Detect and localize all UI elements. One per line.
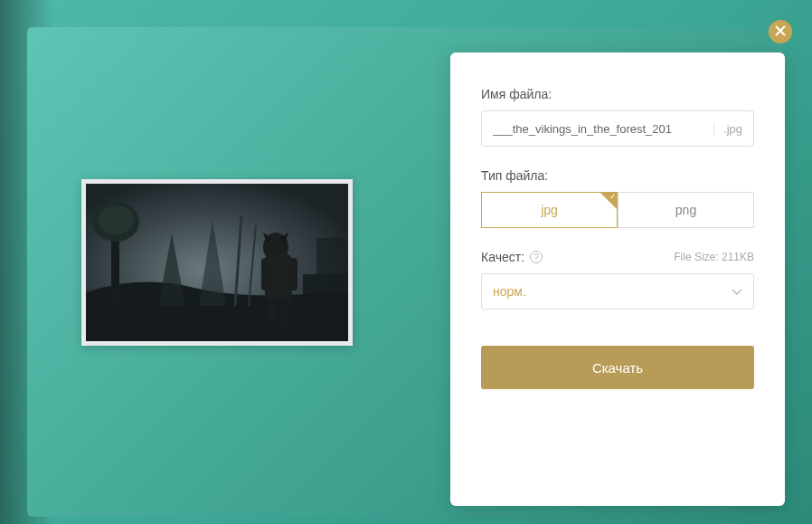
filename-label: Имя файла: <box>481 87 754 101</box>
filetype-selector: jpg png <box>481 192 754 228</box>
svg-rect-13 <box>267 298 276 325</box>
filetype-jpg-label: jpg <box>541 203 558 217</box>
svg-rect-16 <box>316 238 348 292</box>
filename-input[interactable] <box>493 122 713 136</box>
check-icon <box>600 192 618 210</box>
file-size-text: File Size: 211KB <box>674 251 754 263</box>
svg-rect-12 <box>288 258 297 291</box>
svg-point-4 <box>98 205 134 234</box>
download-button[interactable]: Скачать <box>481 346 754 389</box>
quality-label: Качест: <box>481 250 524 264</box>
svg-rect-11 <box>261 258 270 291</box>
svg-rect-14 <box>281 298 290 325</box>
close-icon <box>775 24 786 40</box>
filename-extension: .jpg <box>713 122 742 136</box>
quality-label-wrapper: Качест: ? <box>481 250 543 264</box>
quality-row: Качест: ? File Size: 211KB <box>481 250 754 264</box>
help-icon[interactable]: ? <box>530 251 543 263</box>
filetype-option-jpg[interactable]: jpg <box>481 192 618 228</box>
filetype-png-label: png <box>675 203 696 217</box>
chevron-down-icon <box>732 284 742 299</box>
filetype-option-png[interactable]: png <box>618 192 754 228</box>
image-preview <box>81 179 353 346</box>
quality-select[interactable]: норм. <box>481 273 754 310</box>
close-button[interactable] <box>769 20 792 43</box>
download-button-label: Скачать <box>592 360 643 376</box>
download-panel: Имя файла: .jpg Тип файла: jpg png Качес… <box>450 52 785 506</box>
filename-input-wrapper[interactable]: .jpg <box>481 110 754 147</box>
filetype-label: Тип файла: <box>481 168 754 183</box>
quality-value: норм. <box>493 284 526 299</box>
